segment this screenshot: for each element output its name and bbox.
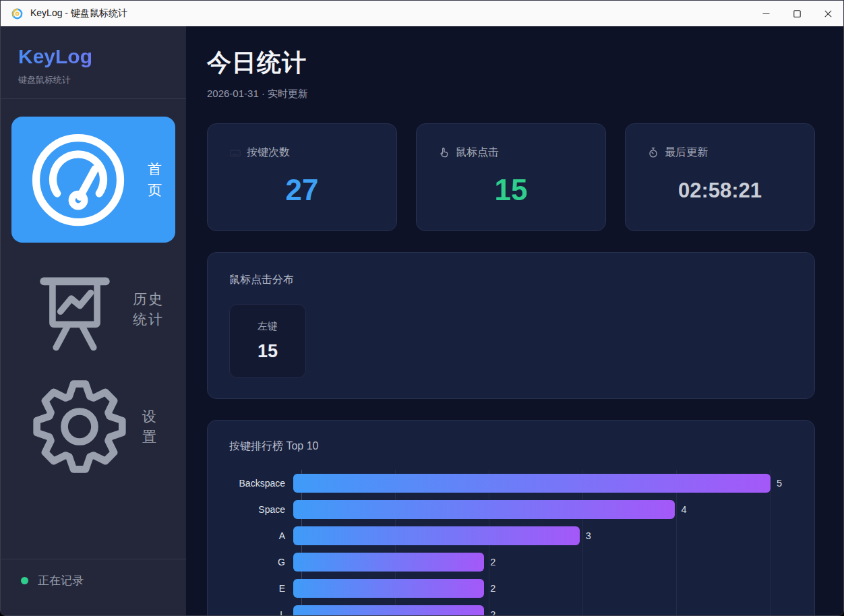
key-ranking-card: 按键排行榜 Top 10 Backspace5Space4A3G2E2L2: [207, 420, 815, 615]
stats-row: 按键次数 27 鼠标点击 15: [207, 123, 815, 231]
chart-track: 2: [293, 579, 771, 598]
key-ranking-title: 按键排行榜 Top 10: [229, 439, 793, 454]
key-ranking-chart: Backspace5Space4A3G2E2L2: [229, 474, 793, 615]
chart-value-label: 2: [490, 609, 495, 615]
keypress-count-value: 27: [229, 173, 375, 207]
sidebar-item-settings-label: 设置: [142, 406, 164, 448]
chart-track: 3: [293, 526, 771, 545]
sidebar: KeyLog 键盘鼠标统计 首页: [1, 26, 186, 615]
page-title: 今日统计: [207, 47, 815, 80]
stopwatch-icon: [647, 147, 659, 159]
chart-category-label: A: [229, 530, 293, 541]
chart-bar: [293, 553, 484, 572]
page-subtitle: 2026-01-31 · 实时更新: [207, 88, 815, 100]
close-icon: [824, 10, 832, 18]
brand: KeyLog 键盘鼠标统计: [1, 26, 186, 98]
lastupdate-time-value: 02:58:21: [647, 179, 793, 203]
stat-card-lastupdate: 最后更新 02:58:21: [625, 123, 815, 231]
minimize-button[interactable]: [750, 1, 781, 26]
chart-category-label: L: [229, 609, 293, 615]
mouse-distribution-title: 鼠标点击分布: [229, 273, 793, 287]
chart-value-label: 3: [586, 530, 591, 541]
chart-track: 2: [293, 605, 771, 615]
chart-bar: [293, 605, 484, 615]
chart-category-label: G: [229, 557, 293, 567]
hand-click-icon: [438, 147, 450, 159]
sidebar-item-home-label: 首页: [148, 159, 169, 200]
sidebar-item-home[interactable]: 首页: [11, 117, 175, 243]
chart-row: Space4: [229, 500, 793, 519]
chart-value-label: 2: [490, 583, 495, 594]
chart-value-label: 5: [777, 478, 782, 489]
close-button[interactable]: [812, 1, 843, 26]
mouse-distribution-card: 鼠标点击分布 左键 15: [207, 252, 815, 399]
sidebar-item-settings[interactable]: 设置: [11, 376, 175, 477]
chart-bar: [293, 579, 484, 598]
stat-card-head: 按键次数: [229, 146, 375, 160]
chart-value-label: 2: [490, 557, 495, 567]
window-controls: [750, 1, 843, 26]
sidebar-nav: 首页 历史统计: [1, 99, 186, 477]
brand-subtitle: 键盘鼠标统计: [18, 74, 169, 86]
chart-bar: [293, 526, 580, 545]
maximize-button[interactable]: [781, 1, 812, 26]
chart-row: E2: [229, 579, 793, 598]
chart-row: G2: [229, 553, 793, 572]
left-button-value: 15: [258, 341, 278, 362]
mouseclick-count-value: 15: [438, 173, 584, 207]
app-logo-icon: [11, 7, 24, 20]
chart-bar: [293, 474, 771, 493]
main-content: 今日统计 2026-01-31 · 实时更新 按键次数 27: [186, 26, 843, 615]
sidebar-item-history[interactable]: 历史统计: [11, 259, 175, 360]
window-title: KeyLog - 键盘鼠标统计: [30, 7, 127, 20]
minimize-icon: [762, 10, 770, 18]
left-button-label: 左键: [258, 320, 278, 333]
stat-card-head: 最后更新: [647, 146, 793, 160]
stat-card-mouseclicks: 鼠标点击 15: [416, 123, 606, 231]
left-button-tile: 左键 15: [229, 304, 306, 378]
app-window: KeyLog - 键盘鼠标统计 KeyLog 键盘鼠标统计: [0, 0, 844, 616]
stat-label: 按键次数: [247, 146, 290, 160]
chart-bar: [293, 500, 675, 519]
chart-row: Backspace5: [229, 474, 793, 493]
gauge-icon: [28, 129, 129, 230]
chart-category-label: Space: [229, 504, 293, 515]
sidebar-item-history-label: 历史统计: [133, 289, 169, 330]
title-bar: KeyLog - 键盘鼠标统计: [1, 1, 843, 26]
stat-card-head: 鼠标点击: [438, 146, 584, 160]
sidebar-spacer: [1, 477, 186, 559]
chart-category-label: Backspace: [229, 478, 293, 489]
chart-value-label: 4: [681, 504, 686, 515]
stat-label: 鼠标点击: [456, 146, 499, 160]
chart-track: 2: [293, 553, 771, 572]
keyboard-icon: [229, 147, 241, 159]
recording-status: 正在记录: [1, 559, 186, 615]
brand-title: KeyLog: [18, 45, 169, 68]
gear-icon: [32, 379, 127, 474]
title-bar-left: KeyLog - 键盘鼠标统计: [1, 7, 750, 20]
recording-status-label: 正在记录: [38, 573, 84, 588]
chart-category-label: E: [229, 583, 293, 594]
chart-row: A3: [229, 526, 793, 545]
stat-card-keypresses: 按键次数 27: [207, 123, 397, 231]
recording-dot-icon: [21, 577, 28, 584]
chart-track: 5: [293, 474, 771, 493]
chart-row: L2: [229, 605, 793, 615]
chart-easel-icon: [32, 266, 118, 352]
app-body: KeyLog 键盘鼠标统计 首页: [1, 26, 843, 615]
chart-track: 4: [293, 500, 771, 519]
stat-label: 最后更新: [665, 146, 708, 160]
maximize-icon: [793, 10, 801, 18]
